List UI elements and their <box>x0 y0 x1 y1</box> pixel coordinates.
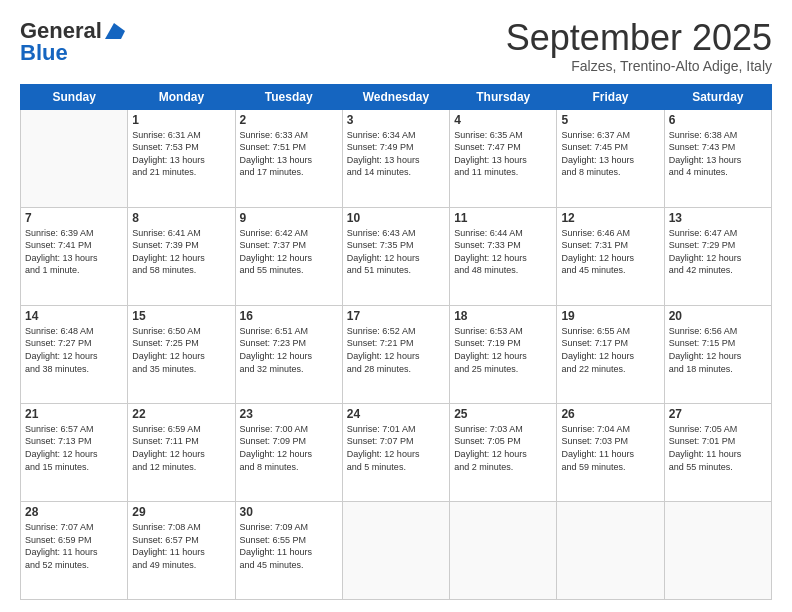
day-number: 5 <box>561 113 659 127</box>
table-row: 18Sunrise: 6:53 AMSunset: 7:19 PMDayligh… <box>450 305 557 403</box>
logo-flag-icon <box>103 23 125 39</box>
day-info: Sunrise: 7:07 AMSunset: 6:59 PMDaylight:… <box>25 521 123 571</box>
day-info: Sunrise: 6:47 AMSunset: 7:29 PMDaylight:… <box>669 227 767 277</box>
table-row: 26Sunrise: 7:04 AMSunset: 7:03 PMDayligh… <box>557 403 664 501</box>
table-row: 27Sunrise: 7:05 AMSunset: 7:01 PMDayligh… <box>664 403 771 501</box>
day-info: Sunrise: 6:42 AMSunset: 7:37 PMDaylight:… <box>240 227 338 277</box>
table-row: 23Sunrise: 7:00 AMSunset: 7:09 PMDayligh… <box>235 403 342 501</box>
day-number: 3 <box>347 113 445 127</box>
day-info: Sunrise: 6:56 AMSunset: 7:15 PMDaylight:… <box>669 325 767 375</box>
table-row: 16Sunrise: 6:51 AMSunset: 7:23 PMDayligh… <box>235 305 342 403</box>
day-number: 29 <box>132 505 230 519</box>
table-row: 8Sunrise: 6:41 AMSunset: 7:39 PMDaylight… <box>128 207 235 305</box>
day-number: 22 <box>132 407 230 421</box>
table-row: 6Sunrise: 6:38 AMSunset: 7:43 PMDaylight… <box>664 109 771 207</box>
day-number: 8 <box>132 211 230 225</box>
table-row: 13Sunrise: 6:47 AMSunset: 7:29 PMDayligh… <box>664 207 771 305</box>
day-info: Sunrise: 6:57 AMSunset: 7:13 PMDaylight:… <box>25 423 123 473</box>
table-row: 29Sunrise: 7:08 AMSunset: 6:57 PMDayligh… <box>128 501 235 599</box>
day-number: 10 <box>347 211 445 225</box>
calendar-week-row: 1Sunrise: 6:31 AMSunset: 7:53 PMDaylight… <box>21 109 772 207</box>
table-row: 3Sunrise: 6:34 AMSunset: 7:49 PMDaylight… <box>342 109 449 207</box>
svg-marker-0 <box>105 23 125 39</box>
title-block: September 2025 Falzes, Trentino-Alto Adi… <box>506 18 772 74</box>
header: General Blue September 2025 Falzes, Tren… <box>20 18 772 74</box>
day-number: 25 <box>454 407 552 421</box>
table-row: 12Sunrise: 6:46 AMSunset: 7:31 PMDayligh… <box>557 207 664 305</box>
day-info: Sunrise: 6:33 AMSunset: 7:51 PMDaylight:… <box>240 129 338 179</box>
day-number: 16 <box>240 309 338 323</box>
day-info: Sunrise: 6:46 AMSunset: 7:31 PMDaylight:… <box>561 227 659 277</box>
table-row: 4Sunrise: 6:35 AMSunset: 7:47 PMDaylight… <box>450 109 557 207</box>
day-info: Sunrise: 6:34 AMSunset: 7:49 PMDaylight:… <box>347 129 445 179</box>
day-info: Sunrise: 7:00 AMSunset: 7:09 PMDaylight:… <box>240 423 338 473</box>
table-row: 25Sunrise: 7:03 AMSunset: 7:05 PMDayligh… <box>450 403 557 501</box>
day-info: Sunrise: 6:41 AMSunset: 7:39 PMDaylight:… <box>132 227 230 277</box>
calendar-week-row: 7Sunrise: 6:39 AMSunset: 7:41 PMDaylight… <box>21 207 772 305</box>
table-row: 17Sunrise: 6:52 AMSunset: 7:21 PMDayligh… <box>342 305 449 403</box>
logo: General Blue <box>20 18 126 66</box>
day-info: Sunrise: 6:35 AMSunset: 7:47 PMDaylight:… <box>454 129 552 179</box>
day-number: 12 <box>561 211 659 225</box>
table-row <box>450 501 557 599</box>
calendar-week-row: 28Sunrise: 7:07 AMSunset: 6:59 PMDayligh… <box>21 501 772 599</box>
day-number: 4 <box>454 113 552 127</box>
day-number: 28 <box>25 505 123 519</box>
table-row: 20Sunrise: 6:56 AMSunset: 7:15 PMDayligh… <box>664 305 771 403</box>
calendar-week-row: 21Sunrise: 6:57 AMSunset: 7:13 PMDayligh… <box>21 403 772 501</box>
day-number: 23 <box>240 407 338 421</box>
day-info: Sunrise: 6:55 AMSunset: 7:17 PMDaylight:… <box>561 325 659 375</box>
day-number: 6 <box>669 113 767 127</box>
day-info: Sunrise: 6:31 AMSunset: 7:53 PMDaylight:… <box>132 129 230 179</box>
table-row: 9Sunrise: 6:42 AMSunset: 7:37 PMDaylight… <box>235 207 342 305</box>
day-info: Sunrise: 7:09 AMSunset: 6:55 PMDaylight:… <box>240 521 338 571</box>
table-row: 21Sunrise: 6:57 AMSunset: 7:13 PMDayligh… <box>21 403 128 501</box>
day-number: 30 <box>240 505 338 519</box>
day-number: 1 <box>132 113 230 127</box>
table-row <box>21 109 128 207</box>
table-row: 10Sunrise: 6:43 AMSunset: 7:35 PMDayligh… <box>342 207 449 305</box>
day-number: 18 <box>454 309 552 323</box>
day-info: Sunrise: 6:52 AMSunset: 7:21 PMDaylight:… <box>347 325 445 375</box>
col-sunday: Sunday <box>21 84 128 109</box>
table-row: 24Sunrise: 7:01 AMSunset: 7:07 PMDayligh… <box>342 403 449 501</box>
table-row: 5Sunrise: 6:37 AMSunset: 7:45 PMDaylight… <box>557 109 664 207</box>
logo-blue-text: Blue <box>20 40 68 66</box>
day-info: Sunrise: 7:05 AMSunset: 7:01 PMDaylight:… <box>669 423 767 473</box>
day-number: 20 <box>669 309 767 323</box>
table-row <box>557 501 664 599</box>
table-row: 7Sunrise: 6:39 AMSunset: 7:41 PMDaylight… <box>21 207 128 305</box>
day-number: 2 <box>240 113 338 127</box>
table-row: 1Sunrise: 6:31 AMSunset: 7:53 PMDaylight… <box>128 109 235 207</box>
day-info: Sunrise: 6:39 AMSunset: 7:41 PMDaylight:… <box>25 227 123 277</box>
calendar-table: Sunday Monday Tuesday Wednesday Thursday… <box>20 84 772 600</box>
calendar-week-row: 14Sunrise: 6:48 AMSunset: 7:27 PMDayligh… <box>21 305 772 403</box>
day-info: Sunrise: 6:48 AMSunset: 7:27 PMDaylight:… <box>25 325 123 375</box>
day-number: 11 <box>454 211 552 225</box>
day-info: Sunrise: 6:37 AMSunset: 7:45 PMDaylight:… <box>561 129 659 179</box>
day-info: Sunrise: 6:50 AMSunset: 7:25 PMDaylight:… <box>132 325 230 375</box>
day-number: 27 <box>669 407 767 421</box>
table-row: 14Sunrise: 6:48 AMSunset: 7:27 PMDayligh… <box>21 305 128 403</box>
table-row <box>664 501 771 599</box>
col-monday: Monday <box>128 84 235 109</box>
table-row: 30Sunrise: 7:09 AMSunset: 6:55 PMDayligh… <box>235 501 342 599</box>
day-number: 21 <box>25 407 123 421</box>
month-title: September 2025 <box>506 18 772 58</box>
calendar-header-row: Sunday Monday Tuesday Wednesday Thursday… <box>21 84 772 109</box>
day-info: Sunrise: 7:03 AMSunset: 7:05 PMDaylight:… <box>454 423 552 473</box>
table-row: 11Sunrise: 6:44 AMSunset: 7:33 PMDayligh… <box>450 207 557 305</box>
table-row: 22Sunrise: 6:59 AMSunset: 7:11 PMDayligh… <box>128 403 235 501</box>
day-number: 26 <box>561 407 659 421</box>
col-friday: Friday <box>557 84 664 109</box>
day-number: 13 <box>669 211 767 225</box>
day-info: Sunrise: 7:08 AMSunset: 6:57 PMDaylight:… <box>132 521 230 571</box>
day-info: Sunrise: 7:01 AMSunset: 7:07 PMDaylight:… <box>347 423 445 473</box>
day-info: Sunrise: 6:53 AMSunset: 7:19 PMDaylight:… <box>454 325 552 375</box>
table-row <box>342 501 449 599</box>
day-number: 17 <box>347 309 445 323</box>
day-number: 24 <box>347 407 445 421</box>
col-tuesday: Tuesday <box>235 84 342 109</box>
day-info: Sunrise: 6:38 AMSunset: 7:43 PMDaylight:… <box>669 129 767 179</box>
subtitle: Falzes, Trentino-Alto Adige, Italy <box>506 58 772 74</box>
